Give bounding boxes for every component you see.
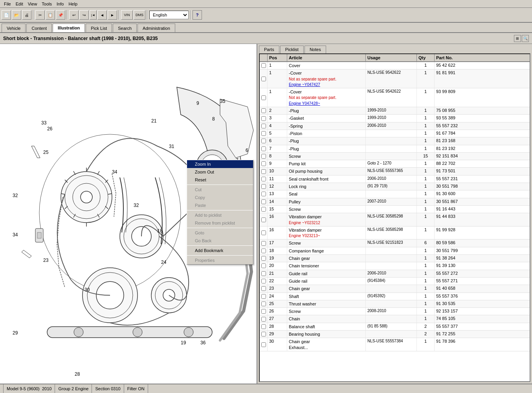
checkbox-input[interactable]	[261, 131, 266, 136]
zoom-fit-icon[interactable]: ⊞	[514, 35, 521, 42]
row-checkbox[interactable]	[260, 338, 268, 351]
table-row[interactable]: 16Vibration damperEngine ~Y023212NLS-USE…	[260, 213, 530, 227]
checkbox-input[interactable]	[261, 116, 266, 121]
checkbox-input[interactable]	[261, 139, 266, 143]
row-checkbox[interactable]	[260, 62, 268, 69]
table-row[interactable]: 13Seal191 30 600	[260, 190, 530, 198]
row-checkbox[interactable]	[260, 323, 268, 330]
checkbox-input[interactable]	[261, 207, 266, 212]
row-checkbox[interactable]	[260, 183, 268, 190]
open-button[interactable]: 📂	[12, 10, 21, 20]
checkbox-input[interactable]	[261, 146, 266, 151]
checkbox-input[interactable]	[261, 108, 266, 113]
parts-tab-parts[interactable]: Parts	[259, 46, 279, 53]
row-checkbox[interactable]	[260, 153, 268, 160]
table-row[interactable]: 3-Gasket1999-2010193 55 389	[260, 115, 530, 122]
table-row[interactable]: 18Companion flange130 551 799	[260, 247, 530, 255]
checkbox-input[interactable]	[261, 230, 266, 235]
undo-button[interactable]: ↩	[69, 10, 79, 20]
row-checkbox[interactable]	[260, 262, 268, 269]
table-row[interactable]: 5-Piston191 67 784	[260, 130, 530, 137]
zoom-out-icon[interactable]: 🔍	[522, 35, 529, 42]
copy-button[interactable]: 📋	[46, 10, 55, 20]
table-row[interactable]: 2-Plug1999-2010175 08 955	[260, 107, 530, 115]
row-checkbox[interactable]	[260, 190, 268, 197]
table-row[interactable]: 24Shaft(9145392)155 557 376	[260, 293, 530, 300]
checkbox-input[interactable]	[261, 177, 266, 181]
table-row[interactable]: 1Cover195 42 622	[260, 62, 530, 69]
row-checkbox[interactable]	[260, 130, 268, 137]
redo-button[interactable]: ↪	[79, 10, 89, 20]
parts-tab-notes[interactable]: Notes	[305, 46, 326, 53]
new-button[interactable]: 📄	[2, 10, 11, 20]
table-row[interactable]: 8Screw1592 151 834	[260, 153, 530, 160]
table-row[interactable]: 12Lock ring(91 29 719)130 551 798	[260, 183, 530, 190]
checkbox-input[interactable]	[261, 169, 266, 174]
language-select[interactable]: English Swedish German	[149, 11, 189, 19]
checkbox-input[interactable]	[261, 154, 266, 159]
table-row[interactable]: 23Chain gear191 40 658	[260, 285, 530, 292]
row-checkbox[interactable]	[260, 278, 268, 285]
table-row[interactable]: 28Balance shaft(91 85 588)255 557 377	[260, 323, 530, 331]
row-checkbox[interactable]	[260, 168, 268, 175]
tab-picklist[interactable]: Pick List	[86, 24, 112, 32]
checkbox-input[interactable]	[261, 124, 266, 128]
row-checkbox[interactable]	[260, 247, 268, 254]
ctx-zoom-in[interactable]: Zoom In	[187, 160, 253, 168]
col-qty[interactable]: Qty	[417, 54, 435, 61]
tab-content[interactable]: Content	[26, 24, 52, 32]
print-button[interactable]: 🖨	[22, 10, 31, 20]
table-row[interactable]: 29Bearing housing291 72 255	[260, 331, 530, 338]
row-checkbox[interactable]	[260, 293, 268, 300]
row-checkbox[interactable]	[260, 107, 268, 114]
table-row[interactable]: 1-CoverNot as separate spare part.Engine…	[260, 69, 530, 88]
col-article[interactable]: Article	[287, 54, 366, 61]
checkbox-input[interactable]	[261, 302, 266, 306]
table-row[interactable]: 21Guide rail2006-2010155 557 272	[260, 270, 530, 278]
col-pos[interactable]: Pos	[268, 54, 287, 61]
menu-help[interactable]: Help	[66, 1, 80, 7]
checkbox-input[interactable]	[261, 218, 266, 222]
dms-button[interactable]: DMS	[134, 10, 145, 20]
article-sub-link[interactable]: Engine ~Y047427	[289, 82, 320, 87]
row-checkbox[interactable]	[260, 160, 268, 167]
row-checkbox[interactable]	[260, 331, 268, 338]
menu-info[interactable]: Info	[54, 1, 66, 7]
table-row[interactable]: 17ScrewNLS-USE 92151823680 59 586	[260, 239, 530, 247]
tab-administration[interactable]: Administration	[138, 24, 175, 32]
row-checkbox[interactable]	[260, 300, 268, 307]
checkbox-input[interactable]	[261, 161, 266, 166]
table-row[interactable]: 25Thrust washer191 30 535	[260, 300, 530, 308]
row-checkbox[interactable]	[260, 308, 268, 315]
row-checkbox[interactable]	[260, 137, 268, 144]
table-row[interactable]: 15Screw191 16 443	[260, 206, 530, 213]
ctx-zoom-out[interactable]: Zoom Out	[187, 168, 253, 176]
row-checkbox[interactable]	[260, 145, 268, 152]
table-row[interactable]: 16Vibration damperEngine Y023213~NLS-USE…	[260, 227, 530, 240]
row-checkbox[interactable]	[260, 115, 268, 122]
ctx-add-bookmark[interactable]: Add Bookmark	[187, 247, 253, 254]
checkbox-input[interactable]	[261, 294, 266, 299]
row-checkbox[interactable]	[260, 227, 268, 239]
row-checkbox[interactable]	[260, 239, 268, 247]
checkbox-input[interactable]	[261, 63, 266, 68]
table-row[interactable]: 14Pulley2007-2010130 551 867	[260, 198, 530, 206]
row-checkbox[interactable]	[260, 69, 268, 88]
row-checkbox[interactable]	[260, 198, 268, 205]
back-button[interactable]: ◄	[97, 10, 107, 20]
checkbox-input[interactable]	[261, 324, 266, 329]
cut-button[interactable]: ✂	[35, 10, 45, 20]
ctx-reset[interactable]: Reset	[187, 176, 253, 184]
table-row[interactable]: 6-Plug181 23 168	[260, 137, 530, 145]
menu-file[interactable]: File	[2, 1, 13, 7]
checkbox-input[interactable]	[261, 241, 266, 246]
vin-button[interactable]: VIN	[121, 10, 133, 20]
table-row[interactable]: 1-CoverNot as separate spare part.Engine…	[260, 88, 530, 107]
table-row[interactable]: 30Chain gearExhaust...NLS-USE 5555738419…	[260, 338, 530, 351]
table-row[interactable]: 19Chain gear191 38 264	[260, 255, 530, 262]
parts-tab-picklist[interactable]: Picklist	[280, 46, 304, 53]
checkbox-input[interactable]	[261, 249, 266, 253]
checkbox-input[interactable]	[261, 184, 266, 189]
row-checkbox[interactable]	[260, 285, 268, 292]
row-checkbox[interactable]	[260, 88, 268, 107]
